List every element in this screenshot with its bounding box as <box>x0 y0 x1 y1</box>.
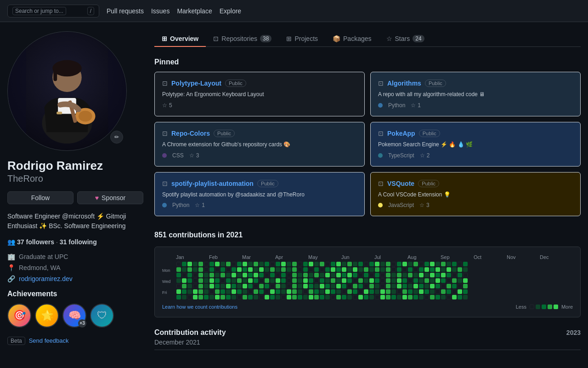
contrib-cell[interactable] <box>204 289 209 294</box>
contrib-cell[interactable] <box>463 295 468 299</box>
contrib-cell[interactable] <box>386 284 390 288</box>
contrib-cell[interactable] <box>342 295 346 299</box>
contrib-cell[interactable] <box>187 278 192 283</box>
contrib-cell[interactable] <box>424 267 429 272</box>
contrib-cell[interactable] <box>243 295 247 299</box>
contrib-cell[interactable] <box>287 284 291 288</box>
contrib-cell[interactable] <box>226 284 231 288</box>
contrib-cell[interactable] <box>276 278 280 283</box>
contrib-cell[interactable] <box>298 262 302 266</box>
contrib-cell[interactable] <box>419 267 424 272</box>
contrib-cell[interactable] <box>193 262 198 266</box>
contrib-cell[interactable] <box>232 273 236 277</box>
contrib-cell[interactable] <box>463 284 468 288</box>
contrib-cell[interactable] <box>320 284 324 288</box>
contrib-cell[interactable] <box>441 284 446 288</box>
nav-marketplace[interactable]: Marketplace <box>177 7 212 15</box>
contrib-cell[interactable] <box>182 289 187 294</box>
contrib-cell[interactable] <box>347 289 352 294</box>
contrib-cell[interactable] <box>298 267 302 272</box>
contrib-cell[interactable] <box>226 273 231 277</box>
contrib-cell[interactable] <box>325 284 330 288</box>
contrib-cell[interactable] <box>430 273 435 277</box>
contrib-cell[interactable] <box>309 278 313 283</box>
contrib-cell[interactable] <box>358 295 363 299</box>
card-repo-name[interactable]: VSQuote <box>387 180 414 187</box>
followers-link[interactable]: 37 followers <box>17 238 54 246</box>
contrib-cell[interactable] <box>386 295 390 299</box>
contrib-cell[interactable] <box>182 295 187 299</box>
contrib-cell[interactable] <box>276 289 280 294</box>
contrib-cell[interactable] <box>413 278 418 283</box>
contrib-cell[interactable] <box>369 284 374 288</box>
contrib-cell[interactable] <box>298 289 302 294</box>
achievement-starstruck[interactable]: 🌟 <box>35 304 59 328</box>
nav-explore[interactable]: Explore <box>220 7 241 15</box>
following-link[interactable]: 31 following <box>60 238 97 246</box>
contrib-cell[interactable] <box>314 295 319 299</box>
contrib-cell[interactable] <box>176 273 181 277</box>
contrib-cell[interactable] <box>254 289 258 294</box>
contrib-cell[interactable] <box>413 262 418 266</box>
contrib-cell[interactable] <box>441 273 446 277</box>
contrib-cell[interactable] <box>413 289 418 294</box>
contrib-cell[interactable] <box>176 278 181 283</box>
contrib-cell[interactable] <box>248 295 253 299</box>
contrib-cell[interactable] <box>176 284 181 288</box>
contrib-cell[interactable] <box>435 267 440 272</box>
contrib-cell[interactable] <box>259 262 264 266</box>
contrib-cell[interactable] <box>259 295 264 299</box>
contrib-cell[interactable] <box>215 284 220 288</box>
contrib-cell[interactable] <box>408 262 413 266</box>
contrib-cell[interactable] <box>375 278 379 283</box>
contrib-cell[interactable] <box>254 284 258 288</box>
contrib-cell[interactable] <box>430 278 435 283</box>
contrib-cell[interactable] <box>287 267 291 272</box>
contrib-cell[interactable] <box>176 262 181 266</box>
contrib-cell[interactable] <box>276 273 280 277</box>
contrib-cell[interactable] <box>232 295 236 299</box>
contrib-cell[interactable] <box>458 262 462 266</box>
contrib-cell[interactable] <box>265 273 269 277</box>
contrib-cell[interactable] <box>391 278 396 283</box>
contrib-cell[interactable] <box>243 278 247 283</box>
contrib-cell[interactable] <box>215 267 220 272</box>
contrib-cell[interactable] <box>270 262 275 266</box>
contrib-cell[interactable] <box>331 289 335 294</box>
sponsor-button[interactable]: ♥ Sponsor <box>77 191 143 204</box>
contrib-cell[interactable] <box>447 295 451 299</box>
contrib-cell[interactable] <box>413 295 418 299</box>
contrib-cell[interactable] <box>314 289 319 294</box>
contrib-cell[interactable] <box>375 273 379 277</box>
contrib-cell[interactable] <box>198 267 203 272</box>
contrib-cell[interactable] <box>232 289 236 294</box>
contrib-cell[interactable] <box>331 278 335 283</box>
contrib-cell[interactable] <box>386 289 390 294</box>
contrib-cell[interactable] <box>452 267 457 272</box>
contrib-cell[interactable] <box>364 267 368 272</box>
contrib-cell[interactable] <box>220 262 225 266</box>
contrib-cell[interactable] <box>281 273 286 277</box>
contrib-cell[interactable] <box>325 295 330 299</box>
contrib-cell[interactable] <box>287 295 291 299</box>
contrib-cell[interactable] <box>220 289 225 294</box>
contrib-cell[interactable] <box>193 278 198 283</box>
contrib-cell[interactable] <box>458 289 462 294</box>
contrib-cell[interactable] <box>447 278 451 283</box>
contrib-cell[interactable] <box>435 278 440 283</box>
contrib-cell[interactable] <box>380 289 385 294</box>
contrib-cell[interactable] <box>209 295 214 299</box>
contrib-cell[interactable] <box>254 278 258 283</box>
contrib-cell[interactable] <box>369 278 374 283</box>
contrib-cell[interactable] <box>265 295 269 299</box>
avatar-edit-button[interactable]: ✏ <box>110 131 123 144</box>
contrib-cell[interactable] <box>298 273 302 277</box>
contrib-cell[interactable] <box>270 284 275 288</box>
contrib-cell[interactable] <box>397 262 401 266</box>
contrib-cell[interactable] <box>232 267 236 272</box>
contrib-cell[interactable] <box>198 278 203 283</box>
contrib-cell[interactable] <box>298 284 302 288</box>
contrib-cell[interactable] <box>435 273 440 277</box>
contrib-cell[interactable] <box>342 289 346 294</box>
contrib-cell[interactable] <box>314 273 319 277</box>
